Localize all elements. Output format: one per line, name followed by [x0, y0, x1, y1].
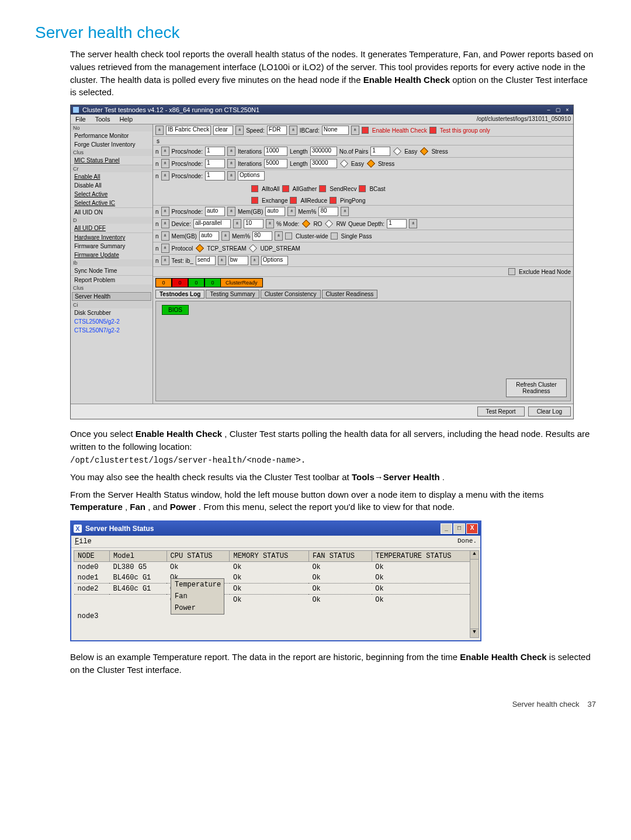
iter-field[interactable]: 1000 [264, 147, 287, 156]
tcp-radio[interactable] [196, 244, 204, 252]
sidebar-item-server-health[interactable]: Server Health [72, 292, 151, 301]
sidebar-item-node2[interactable]: CTSL250N7/g2-2 [71, 326, 152, 335]
sidebar-item-fw-update[interactable]: Firmware Update [71, 251, 152, 259]
memgb-field[interactable]: auto [199, 231, 219, 241]
allgather-check[interactable] [282, 185, 289, 192]
bcast-check[interactable] [359, 185, 366, 192]
col-model[interactable]: Model [109, 551, 167, 562]
sidebar-item-forge-inventory[interactable]: Forge Cluster Inventory [71, 140, 152, 149]
spin-icon[interactable]: ± [227, 171, 235, 181]
col-node[interactable]: NODE [74, 551, 110, 562]
table-row[interactable]: node3 Ok Ok Ok Ok [74, 595, 478, 638]
close-icon[interactable]: × [564, 107, 571, 113]
single-pass-check[interactable] [331, 232, 338, 239]
device-field[interactable]: all-parallel [193, 219, 231, 228]
procs-field[interactable]: auto [205, 207, 225, 216]
stress-radio[interactable] [420, 147, 428, 155]
menu-file[interactable]: File [75, 537, 92, 546]
sidebar-item-perf-monitor[interactable]: Performance Monitor [71, 131, 152, 140]
spin-icon[interactable]: ± [233, 219, 241, 228]
exclude-head-check[interactable] [508, 268, 515, 275]
scroll-down-icon[interactable]: ▼ [470, 629, 479, 637]
maximize-icon[interactable]: □ [453, 523, 465, 534]
udp-radio[interactable] [249, 244, 257, 252]
bios-button[interactable]: BIOS [162, 305, 189, 315]
length-field[interactable]: 300000 [310, 147, 337, 156]
mempct-field[interactable]: 80 [252, 231, 272, 241]
mempct-field[interactable]: 80 [318, 207, 338, 216]
options-button[interactable]: Options [238, 171, 265, 181]
enable-health-check-checkbox[interactable] [362, 127, 369, 134]
sidebar-item-select-active-ic[interactable]: Select Active IC [71, 199, 152, 207]
sidebar-item-disk-scrubber[interactable]: Disk Scrubber [71, 308, 152, 317]
menu-help[interactable]: Help [115, 114, 137, 124]
procs-field[interactable]: 1 [205, 159, 225, 168]
spin-icon[interactable]: ± [221, 231, 230, 241]
spin-icon[interactable]: ± [287, 207, 296, 216]
ibcard-field[interactable]: None [322, 126, 349, 135]
sendrecv-check[interactable] [319, 185, 326, 192]
clear-log-button[interactable]: Clear Log [528, 407, 571, 416]
refresh-cluster-button[interactable]: Refresh Cluster Readiness [506, 379, 567, 397]
pairs-field[interactable]: 1 [370, 147, 390, 156]
tab-cluster-readiness[interactable]: Cluster Readiness [322, 290, 378, 298]
spin-icon[interactable]: ± [275, 231, 283, 241]
bw-field[interactable]: bw [228, 256, 248, 265]
minimize-icon[interactable]: _ [441, 523, 452, 534]
speed-field[interactable]: FDR [267, 126, 287, 135]
spin-icon[interactable]: ± [161, 219, 169, 228]
spin-icon[interactable]: ± [409, 219, 417, 228]
easy-radio[interactable] [393, 147, 401, 155]
sidebar-item-report-problem[interactable]: Report Problem [71, 276, 152, 284]
col-temperature[interactable]: TEMPERATURE STATUS [372, 551, 477, 562]
procs-field[interactable]: 1 [205, 147, 225, 156]
spin-icon[interactable]: ± [161, 171, 169, 181]
spin-icon[interactable]: ± [218, 256, 226, 265]
ctx-temperature[interactable]: Temperature [171, 579, 224, 591]
tab-cluster-consistency[interactable]: Cluster Consistency [261, 290, 321, 298]
table-row[interactable]: node1 BL460c G1 Ok Ok Ok Ok [74, 572, 478, 584]
spin-icon[interactable]: ± [351, 126, 359, 135]
spin-icon[interactable]: ± [289, 126, 297, 135]
ctx-fan[interactable]: Fan [171, 591, 224, 602]
menu-file[interactable]: File [71, 114, 91, 124]
ctx-power[interactable]: Power [171, 602, 224, 614]
spin-icon[interactable]: ± [235, 126, 244, 135]
vertical-scrollbar[interactable]: ▲ ▼ [470, 550, 479, 638]
spin-icon[interactable]: ± [266, 219, 274, 228]
queue-depth-field[interactable]: 1 [387, 219, 407, 228]
ten-field[interactable]: 10 [244, 219, 264, 228]
pingpong-check[interactable] [330, 197, 337, 204]
clear-field[interactable]: clear [213, 126, 233, 135]
minimize-icon[interactable]: – [545, 107, 552, 113]
sidebar-item-fw-summary[interactable]: Firmware Summary [71, 242, 152, 251]
sidebar-item-hw-inventory[interactable]: Hardware Inventory [71, 233, 152, 242]
spin-icon[interactable]: ± [161, 147, 169, 156]
sidebar-item-uid-off[interactable]: All UID OFF [71, 224, 152, 232]
spin-icon[interactable]: ± [161, 244, 169, 253]
test-field[interactable]: send [196, 256, 216, 265]
tab-testnodes-log[interactable]: Testnodes Log [155, 290, 204, 298]
procs-field[interactable]: 1 [205, 171, 225, 181]
memgb-field[interactable]: auto [265, 207, 285, 216]
tab-testing-summary[interactable]: Testing Summary [206, 290, 259, 298]
test-report-button[interactable]: Test Report [477, 407, 525, 416]
sidebar-item-mic-status[interactable]: MIC Status Panel [71, 156, 152, 165]
ib-fabric-check-button[interactable]: IB Fabric Check [166, 126, 211, 135]
sidebar-item-select-active[interactable]: Select Active [71, 190, 152, 199]
stress-radio[interactable] [367, 159, 375, 168]
spin-icon[interactable]: ± [161, 207, 169, 216]
col-fan[interactable]: FAN STATUS [308, 551, 372, 562]
sidebar-item-enable-all[interactable]: Enable All [71, 172, 152, 181]
sidebar-item-disable-all[interactable]: Disable All [71, 181, 152, 190]
spin-icon[interactable]: ± [341, 207, 349, 216]
ro-radio[interactable] [302, 220, 310, 228]
close-icon[interactable]: X [466, 523, 478, 534]
options-button[interactable]: Options [261, 256, 288, 265]
scroll-up-icon[interactable]: ▲ [470, 551, 479, 560]
easy-radio[interactable] [340, 159, 348, 168]
table-row[interactable]: node0 DL380 G5 Ok Ok Ok Ok [74, 562, 478, 573]
menu-tools[interactable]: Tools [91, 114, 115, 124]
sidebar-item-node1[interactable]: CTSL250N5/g2-2 [71, 317, 152, 326]
spin-icon[interactable]: ± [251, 256, 259, 265]
